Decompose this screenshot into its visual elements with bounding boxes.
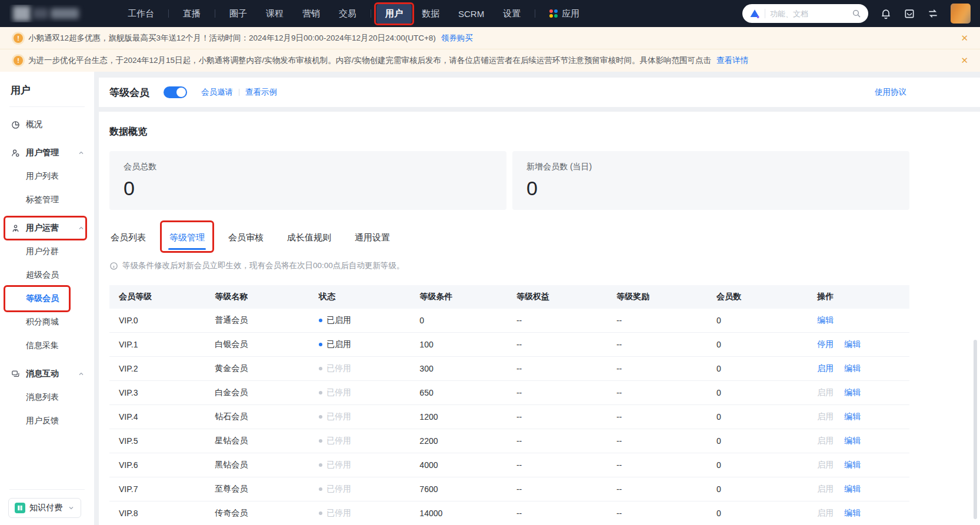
scrollbar-thumb[interactable]	[974, 340, 977, 519]
cell-condition: 650	[410, 388, 507, 397]
content-panel: 数据概览 会员总数 0 新增会员数 (当日) 0 会员列表 等级管理	[99, 112, 980, 525]
status-dot	[319, 391, 322, 394]
search-input[interactable]	[770, 9, 847, 18]
warning-icon: !	[14, 34, 23, 43]
status-text: 已停用	[326, 484, 351, 493]
status-text: 已停用	[326, 412, 351, 421]
audit-banner: ! 为进一步优化平台生态，于2024年12月15日起，小鹅通将调整内容/实物发布…	[0, 49, 980, 72]
sidebar-item-points-mall[interactable]: 积分商城	[0, 310, 94, 334]
cell-condition: 2200	[410, 436, 507, 446]
tab-level-management[interactable]: 等级管理	[168, 228, 206, 251]
data-overview-title: 数据概览	[109, 126, 909, 138]
disable-action[interactable]: 停用	[817, 339, 834, 349]
edit-action[interactable]: 编辑	[844, 508, 861, 517]
edit-action[interactable]: 编辑	[844, 363, 861, 373]
chevron-down-icon	[68, 504, 75, 511]
nav-right-tools	[742, 4, 971, 24]
nav-item-apps[interactable]: 应用	[541, 4, 588, 24]
cell-condition: 7600	[410, 484, 507, 494]
edit-action[interactable]: 编辑	[844, 387, 861, 397]
cell-actions: 启用 编辑	[808, 484, 909, 494]
cell-actions: 启用 编辑	[808, 436, 909, 446]
tab-general-settings[interactable]: 通用设置	[354, 228, 391, 251]
sidebar-item-level-member[interactable]: 等级会员	[0, 287, 94, 310]
sidebar-title: 用户	[0, 81, 94, 106]
enable-action[interactable]: 启用	[817, 363, 834, 373]
shop-icon[interactable]	[904, 8, 915, 19]
promo-banner-link[interactable]: 领券购买	[441, 33, 473, 44]
global-search[interactable]	[742, 4, 868, 23]
sidebar-item-tag-management[interactable]: 标签管理	[0, 188, 94, 212]
apps-grid-icon	[549, 9, 558, 18]
nav-item-apps-label: 应用	[562, 8, 579, 19]
usage-agreement-link[interactable]: 使用协议	[875, 87, 906, 98]
top-nav: 工作台 直播 圈子 课程 营销 交易 用户 数据 SCRM 设置 应用	[0, 0, 980, 27]
info-icon	[109, 262, 118, 270]
sidebar-item-info-collection[interactable]: 信息采集	[0, 334, 94, 357]
col-level-name: 等级名称	[205, 292, 309, 302]
nav-divider	[215, 9, 215, 18]
page-title: 等级会员	[109, 86, 149, 99]
cell-actions: 启用 编辑	[808, 363, 909, 374]
enable-action-disabled: 启用	[817, 460, 834, 469]
cell-count: 0	[707, 388, 808, 397]
sidebar-group-message-interaction[interactable]: 消息互动	[0, 362, 94, 386]
cell-name: 传奇会员	[205, 508, 309, 519]
cell-reward: --	[607, 460, 707, 470]
edit-action[interactable]: 编辑	[844, 412, 861, 421]
sidebar-item-user-segments[interactable]: 用户分群	[0, 240, 94, 263]
edit-action[interactable]: 编辑	[844, 484, 861, 493]
nav-item-data[interactable]: 数据	[413, 4, 448, 24]
search-icon[interactable]	[852, 9, 861, 18]
cell-actions: 启用 编辑	[808, 508, 909, 519]
sidebar-item-user-feedback[interactable]: 用户反馈	[0, 409, 94, 433]
edit-action[interactable]: 编辑	[817, 315, 834, 325]
sidebar-item-message-list[interactable]: 消息列表	[0, 386, 94, 409]
tab-growth-rules[interactable]: 成长值规则	[286, 228, 332, 251]
nav-item-circle[interactable]: 圈子	[221, 4, 256, 24]
cell-status: 已停用	[309, 436, 410, 446]
cell-name: 白金会员	[205, 387, 309, 398]
switch-account-icon[interactable]	[927, 8, 939, 19]
top-menu: 工作台 直播 圈子 课程 营销 交易 用户 数据 SCRM 设置 应用	[119, 4, 588, 24]
level-member-toggle[interactable]	[164, 86, 187, 98]
cell-actions: 编辑	[808, 315, 909, 326]
audit-banner-link[interactable]: 查看详情	[716, 55, 748, 66]
enable-action-disabled: 启用	[817, 412, 834, 421]
edit-action[interactable]: 编辑	[844, 460, 861, 469]
sidebar-item-super-member[interactable]: 超级会员	[0, 263, 94, 287]
nav-item-scrm[interactable]: SCRM	[449, 5, 493, 23]
tab-member-list[interactable]: 会员列表	[109, 228, 147, 251]
member-invite-link[interactable]: 会员邀请	[201, 87, 233, 98]
table-row-vip6: VIP.6 黑钻会员 已停用 4000 -- -- 0 启用 编辑	[109, 453, 909, 477]
cell-condition: 4000	[410, 460, 507, 470]
nav-item-workbench[interactable]: 工作台	[119, 4, 163, 24]
sidebar-group-user-management[interactable]: 用户管理	[0, 141, 94, 165]
nav-divider	[168, 9, 169, 18]
nav-item-trade[interactable]: 交易	[330, 4, 365, 24]
product-switcher[interactable]: 知识付费	[8, 498, 81, 518]
sidebar-group-user-operations[interactable]: 用户运营	[0, 216, 94, 240]
user-avatar[interactable]	[951, 4, 971, 24]
stat-card-new-members: 新增会员数 (当日) 0	[512, 151, 909, 210]
notifications-bell-icon[interactable]	[880, 8, 892, 19]
tab-member-audit[interactable]: 会员审核	[227, 228, 265, 251]
cell-reward: --	[607, 484, 707, 494]
edit-action[interactable]: 编辑	[844, 436, 861, 445]
view-example-link[interactable]: 查看示例	[245, 87, 277, 98]
nav-item-course[interactable]: 课程	[257, 4, 292, 24]
cell-count: 0	[707, 460, 808, 470]
banner-close-icon[interactable]: ✕	[961, 55, 968, 66]
nav-item-marketing[interactable]: 营销	[294, 4, 329, 24]
cell-level: VIP.1	[109, 340, 205, 349]
edit-action[interactable]: 编辑	[844, 339, 861, 349]
cell-condition: 300	[410, 364, 507, 373]
nav-item-user[interactable]: 用户	[376, 4, 412, 24]
sidebar-item-user-list[interactable]: 用户列表	[0, 165, 94, 188]
enable-action-disabled: 启用	[817, 387, 834, 397]
nav-item-settings[interactable]: 设置	[494, 4, 529, 24]
nav-item-live[interactable]: 直播	[174, 4, 209, 24]
sidebar-group-label: 用户管理	[26, 148, 59, 158]
sidebar-item-overview[interactable]: 概况	[0, 113, 94, 136]
banner-close-icon[interactable]: ✕	[961, 33, 968, 44]
